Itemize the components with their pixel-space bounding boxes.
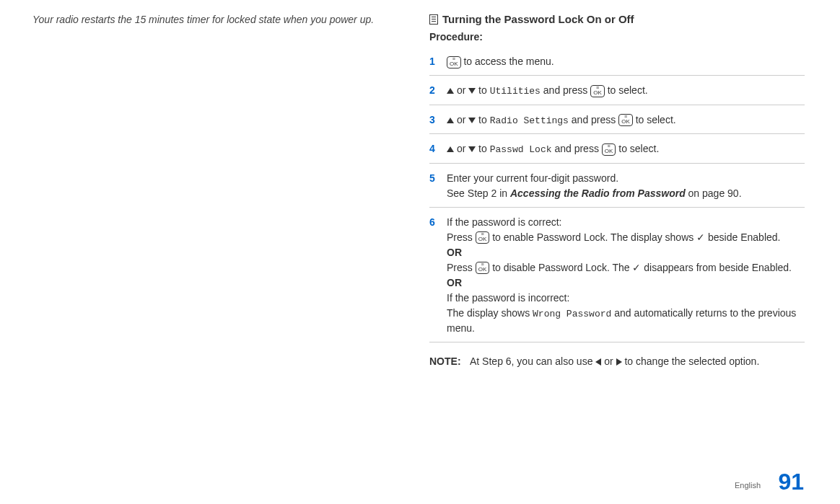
step-4: 4 or to Passwd Lock and press OK to sele…: [429, 137, 805, 164]
note-text1: At Step 6, you can also use: [470, 355, 595, 367]
wrong1-text: The display shows: [447, 307, 533, 319]
select-text: to select.: [616, 143, 659, 154]
press-text: Press: [447, 231, 476, 243]
step-body: or to Radio Settings and press OK to sel…: [447, 112, 805, 128]
to-text: to: [476, 84, 489, 96]
step-1: 1 OK to access the menu.: [429, 50, 805, 76]
or-text: or: [454, 114, 468, 125]
step-number: 4: [429, 141, 447, 156]
step-3: 3 or to Radio Settings and press OK to s…: [429, 108, 805, 135]
and-press-text: and press: [552, 143, 602, 154]
intro-text: If the password is correct:: [447, 216, 562, 228]
locked-state-note: Your radio restarts the 15 minutes timer…: [32, 13, 379, 27]
step-number: 6: [429, 215, 447, 230]
disappears-text: disappears from beside Enabled.: [641, 262, 792, 273]
ok-button-icon: OK: [602, 143, 616, 156]
step-number: 3: [429, 112, 447, 128]
ok-button-icon: OK: [618, 114, 633, 126]
or-text: or: [454, 143, 468, 154]
check-icon: ✓: [696, 231, 705, 243]
step-body: If the password is correct: Press OK to …: [447, 215, 805, 337]
see-text: See Step 2 in: [447, 187, 510, 199]
step-number: 1: [429, 54, 447, 69]
ok-button-icon: OK: [476, 231, 490, 244]
check-icon: ✓: [632, 262, 641, 273]
to-text: to: [476, 114, 489, 125]
disable-text: to disable Password Lock. The: [489, 262, 632, 273]
right-column: Turning the Password Lock On or Off Proc…: [429, 13, 805, 369]
step-body: Enter your current four-digit password. …: [447, 171, 805, 201]
step-6: 6 If the password is correct: Press OK t…: [429, 211, 805, 343]
or-text: or: [454, 84, 468, 96]
to-text: to: [476, 143, 489, 154]
and-press-text: and press: [569, 114, 618, 125]
arrow-down-icon: [468, 118, 476, 123]
step-number: 2: [429, 83, 447, 98]
step-text: to access the menu.: [461, 56, 554, 67]
or-label: OR: [447, 277, 462, 288]
select-text: to select.: [633, 114, 676, 125]
note-body: At Step 6, you can also use or to change…: [470, 354, 759, 369]
arrow-down-icon: [468, 146, 476, 152]
note-text2: to change the selected option.: [622, 355, 760, 367]
enable-text: to enable Password Lock. The display sho…: [489, 231, 696, 243]
arrow-up-icon: [447, 118, 454, 123]
ok-button-icon: OK: [590, 85, 605, 97]
note-section: NOTE: At Step 6, you can also use or to …: [429, 354, 805, 369]
ok-button-icon: OK: [476, 262, 490, 274]
english-label: English: [735, 481, 761, 490]
arrow-up-icon: [447, 88, 454, 94]
arrow-down-icon: [468, 88, 476, 94]
beside-text: beside Enabled.: [705, 231, 780, 243]
arrow-right-icon: [616, 358, 622, 366]
menu-name: Utilities: [490, 86, 541, 97]
and-press-text: and press: [541, 84, 590, 96]
left-column: Your radio restarts the 15 minutes timer…: [32, 13, 379, 27]
ok-button-icon: OK: [447, 56, 461, 68]
incorrect-text: If the password is incorrect:: [447, 292, 569, 304]
procedure-label: Procedure:: [429, 31, 805, 43]
menu-name: Passwd Lock: [490, 144, 552, 155]
page-number: 91: [778, 469, 804, 495]
document-icon: [429, 14, 438, 25]
note-or: or: [601, 355, 616, 367]
step-line1: Enter your current four-digit password.: [447, 172, 618, 184]
step-body: or to Utilities and press OK to select.: [447, 83, 805, 99]
press2-text: Press: [447, 262, 476, 273]
menu-name: Radio Settings: [490, 115, 569, 126]
arrow-up-icon: [447, 146, 454, 152]
note-label: NOTE:: [429, 354, 470, 369]
select-text: to select.: [605, 84, 648, 96]
step-5: 5 Enter your current four-digit password…: [429, 167, 805, 208]
step-2: 2 or to Utilities and press OK to select…: [429, 79, 805, 105]
title-text: Turning the Password Lock On or Off: [442, 13, 634, 25]
page-ref: on page 90.: [686, 187, 742, 199]
step-body: OK to access the menu.: [447, 54, 805, 69]
reference-link: Accessing the Radio from Password: [510, 187, 686, 199]
step-number: 5: [429, 171, 447, 186]
or-label: OR: [447, 247, 462, 258]
step-body: or to Passwd Lock and press OK to select…: [447, 141, 805, 157]
section-title: Turning the Password Lock On or Off: [429, 13, 805, 25]
wrong-password-msg: Wrong Password: [533, 309, 611, 319]
